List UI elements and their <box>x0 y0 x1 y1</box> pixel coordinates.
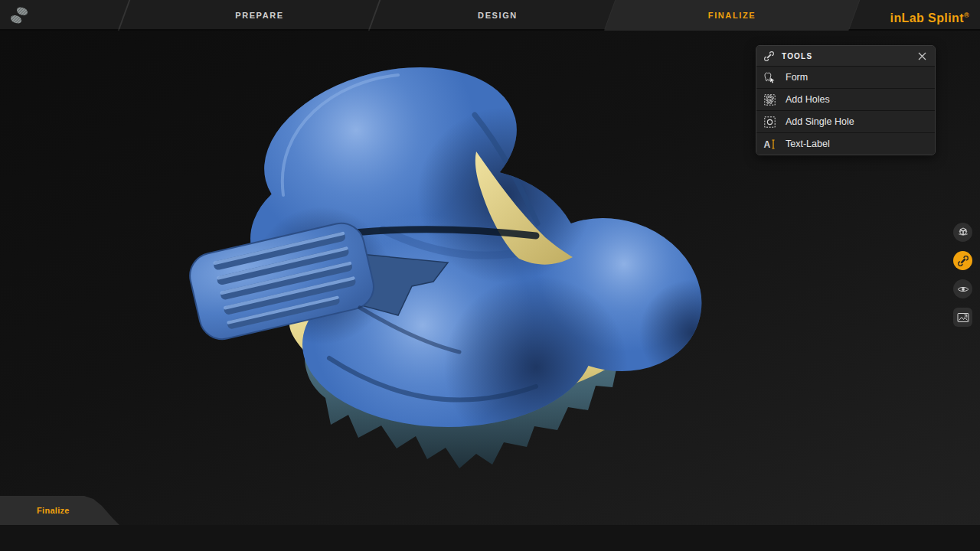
tools-button[interactable] <box>953 251 972 270</box>
snapshot-button[interactable] <box>953 308 972 327</box>
tool-item-label: Text-Label <box>786 139 830 149</box>
wrench-icon <box>763 51 775 62</box>
tool-item-text-label[interactable]: A Text-Label <box>756 132 935 155</box>
tab-finalize[interactable]: FINALIZE <box>610 0 854 31</box>
visibility-button[interactable] <box>953 279 972 298</box>
svg-text:A: A <box>764 139 771 149</box>
step-tab-label: Finalize <box>37 496 70 525</box>
tool-item-add-holes[interactable]: Add Holes <box>756 88 935 110</box>
app-title: inLab Splint® <box>890 0 969 31</box>
tools-panel-header: TOOLS <box>756 46 935 66</box>
tool-item-label: Form <box>786 72 808 83</box>
snapshot-image-icon <box>956 311 970 324</box>
tool-item-form[interactable]: Form <box>756 66 935 88</box>
single-hole-icon <box>763 116 776 129</box>
tab-prepare[interactable]: PREPARE <box>183 0 336 31</box>
tools-panel-title: TOOLS <box>782 52 909 60</box>
tool-item-label: Add Holes <box>786 94 830 105</box>
view-options-cube-icon <box>956 226 970 240</box>
tool-item-add-single-hole[interactable]: Add Single Hole <box>756 110 935 132</box>
tool-item-label: Add Single Hole <box>786 116 854 127</box>
visibility-eye-icon <box>956 282 970 296</box>
phase-separator <box>118 0 131 31</box>
bottom-bar <box>0 525 980 551</box>
holes-grid-icon <box>763 93 776 106</box>
tooth-cursor-icon <box>763 71 776 84</box>
text-cursor-icon: A <box>763 138 776 151</box>
registered-mark: ® <box>964 11 969 19</box>
dentsply-sirona-logo <box>9 5 29 25</box>
tab-design[interactable]: DESIGN <box>421 0 574 31</box>
tools-wrench-icon <box>957 255 969 267</box>
close-icon[interactable] <box>916 50 928 62</box>
view-options-button[interactable] <box>953 223 972 242</box>
tools-panel: TOOLS Form Add Holes Add Single Hole <box>756 45 936 155</box>
phase-separator <box>368 0 381 31</box>
top-phase-bar: PREPARE DESIGN FINALIZE inLab Splint® <box>0 0 980 31</box>
